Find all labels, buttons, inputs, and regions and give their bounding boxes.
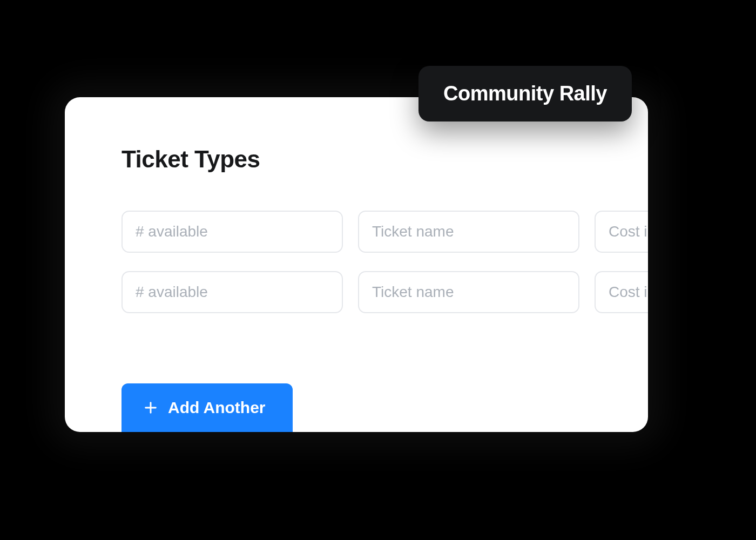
available-input[interactable] [122, 211, 343, 253]
cost-input[interactable] [595, 271, 648, 313]
event-badge: Community Rally [418, 66, 632, 122]
plus-icon [143, 400, 158, 415]
cost-input[interactable] [595, 211, 648, 253]
event-badge-label: Community Rally [443, 82, 607, 105]
ticket-row [122, 211, 591, 253]
available-input[interactable] [122, 271, 343, 313]
ticket-name-input[interactable] [358, 271, 579, 313]
ticket-types-card: Ticket Types Add Another [65, 97, 648, 432]
add-another-label: Add Another [168, 399, 266, 417]
card-title: Ticket Types [122, 146, 591, 173]
ticket-card-wrapper: Ticket Types Add Another Community Rally [65, 97, 648, 432]
ticket-name-input[interactable] [358, 211, 579, 253]
ticket-row [122, 271, 591, 313]
add-another-button[interactable]: Add Another [122, 383, 293, 432]
